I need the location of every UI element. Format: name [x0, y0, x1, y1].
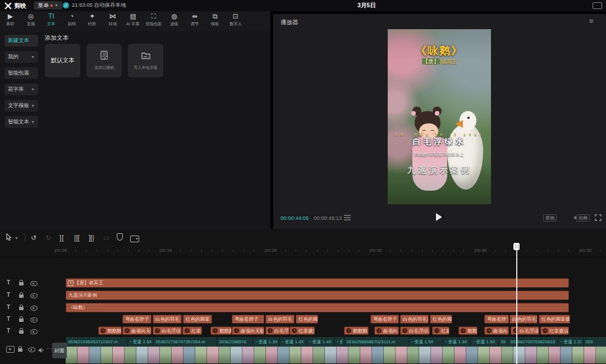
sidebar-item-3[interactable]: 智能包装: [4, 67, 38, 79]
player-menu-icon[interactable]: ≡: [589, 17, 594, 25]
sidebar-item-6[interactable]: 智能文本▼: [4, 116, 38, 128]
toolbar-item-digital-human[interactable]: ⊡数字人: [226, 11, 246, 31]
transition-icon: ⋈: [109, 13, 116, 20]
trim-left-button[interactable]: |][: [74, 233, 80, 243]
caption-clip[interactable]: 白色的羽毛: [153, 315, 182, 324]
tts-clip[interactable]: ◔鹅鹅鹅: [344, 326, 369, 335]
card-label: 导入本地字幕: [134, 65, 158, 71]
speed-icon: ◔: [281, 337, 283, 347]
caption-clip[interactable]: 白色的羽毛漂浮: [509, 315, 538, 324]
video-clip-filename[interactable]: 35362288578: [217, 337, 251, 347]
sidebar-item-2[interactable]: 我的▼: [4, 51, 38, 63]
tts-clip[interactable]: ◔红掌拨清波: [432, 326, 449, 335]
cover-button[interactable]: 封面: [52, 343, 67, 358]
mark-button[interactable]: [117, 233, 123, 243]
menu-button[interactable]: 菜单 ▼: [34, 1, 62, 10]
caption-clip[interactable]: 弯曲着脖子: [232, 315, 264, 324]
layers-icon[interactable]: [344, 215, 351, 220]
toolbar-item-smart-package[interactable]: ⛶智能包装: [144, 11, 164, 31]
ruler-tick: [422, 250, 423, 252]
trim-right-button[interactable]: ][|: [89, 233, 94, 243]
original-quality-button[interactable]: 原画: [543, 214, 557, 222]
tts-clip[interactable]: ◔曲项向天歌: [484, 326, 509, 335]
caption-clip[interactable]: 弯曲着脖子: [484, 315, 509, 324]
ruler-tick: [117, 250, 118, 252]
caption-clip[interactable]: 弯曲着脖子: [122, 315, 152, 324]
toolbar-item-sticker[interactable]: ◔贴纸: [62, 11, 82, 31]
undo-button[interactable]: ↺: [31, 233, 36, 243]
video-clip-filename[interactable]: 353625869867023111.m: [344, 337, 407, 347]
playhead-handle[interactable]: [513, 243, 520, 250]
tts-clip[interactable]: ◔曲项向天歌: [232, 326, 264, 335]
delete-button[interactable]: ▭: [103, 233, 109, 243]
card-3[interactable]: 导入本地字幕: [128, 44, 163, 77]
toolbar-item-transition[interactable]: ⋈转场: [103, 11, 123, 31]
caption-clip[interactable]: 白色的羽毛: [265, 315, 295, 324]
tts-clip[interactable]: ◔白毛浮绿水: [153, 326, 182, 335]
video-track-header[interactable]: 353621936453710307.m◔变速 1.5X353622758797…: [66, 337, 606, 347]
tts-clip[interactable]: ◔鹅鹅鹅: [458, 326, 478, 335]
tts-clip[interactable]: ◔红掌拨清波: [290, 326, 315, 335]
fullscreen-icon[interactable]: [595, 214, 602, 223]
video-clip-filename[interactable]: 353622758797357064.m: [153, 337, 215, 347]
card-1[interactable]: 默认文本: [45, 44, 80, 77]
segment-label: 353621936453710307.m: [68, 339, 118, 344]
card-2[interactable]: 添加口播稿: [86, 44, 122, 77]
tts-clip[interactable]: ◔红掌拨清波: [540, 326, 569, 335]
toolbar-item-label: 素材: [6, 21, 15, 26]
keyboard-shortcuts-icon[interactable]: ···: [593, 2, 602, 9]
caption-clip[interactable]: 红色的脚掌: [296, 315, 318, 324]
toolbar-item-template[interactable]: ⧉模板: [205, 11, 226, 31]
clip-label: 白色的羽毛: [155, 316, 180, 323]
tts-clip[interactable]: ◔鹅鹅鹅: [98, 326, 122, 335]
aspect-ratio-button[interactable]: 比例: [576, 214, 590, 222]
tts-clip[interactable]: ◔曲项向天歌: [122, 326, 152, 335]
play-button[interactable]: [436, 213, 443, 221]
ruler-tick: [306, 250, 307, 252]
select-tool-chevron[interactable]: ▼: [15, 233, 19, 243]
tts-clip[interactable]: ◔鹅鹅鹅: [210, 326, 232, 335]
toolbar-item-media[interactable]: ▶素材: [0, 11, 21, 31]
caption-clip[interactable]: 弯曲着脖子: [370, 315, 399, 324]
chevron-down-icon: ▼: [31, 87, 35, 91]
lock-icon[interactable]: [18, 348, 22, 352]
tts-clip[interactable]: ◔白毛浮绿水: [400, 326, 430, 335]
video-track-filmstrip[interactable]: [66, 347, 606, 363]
sidebar-item-1[interactable]: 新建文本: [4, 35, 38, 47]
visibility-icon[interactable]: [28, 347, 35, 352]
text-clip-full[interactable]: T【唐】骆宾王: [66, 278, 569, 288]
toolbar-item-text[interactable]: TI文本: [41, 11, 62, 31]
sidebar-item-5[interactable]: 文字模板▼: [4, 100, 38, 112]
clip-label: 鹅鹅鹅: [107, 328, 122, 335]
toolbar-item-effects[interactable]: ✦特效: [82, 11, 103, 31]
split-button[interactable]: ][: [59, 233, 65, 243]
text-clip-full[interactable]: 《咏鹅》: [66, 303, 569, 312]
toolbar-item-ai-captions[interactable]: ▤AI 字幕: [123, 11, 144, 31]
speaker-icon[interactable]: [38, 345, 44, 356]
toolbar-divider: [25, 234, 25, 242]
video-clip-filename[interactable]: 353: [583, 337, 606, 347]
caption-clip[interactable]: 红色的脚掌: [183, 315, 212, 324]
range-select-button[interactable]: ▸: [130, 233, 139, 243]
toolbar-item-filter[interactable]: ◍滤镜: [164, 11, 185, 31]
video-clip-filename[interactable]: 353662700793620633: [508, 337, 556, 347]
caption-clip[interactable]: 白色的羽毛漂浮: [400, 315, 429, 324]
video-clip-filename[interactable]: 35: [498, 337, 506, 347]
video-preview[interactable]: 《咏鹅》 【唐】骆宾王 bái máo fú lǜ shuǐ 白毛浮绿水 白色的…: [388, 29, 491, 204]
toolbar-item-adjust[interactable]: ⇹调节: [185, 11, 205, 31]
tts-clip[interactable]: ◔曲项向天歌: [374, 326, 399, 335]
caption-clip[interactable]: 红色的脚掌: [430, 315, 452, 324]
text-clip-full[interactable]: 九遥演示案例: [66, 291, 569, 300]
speed-badge: ◔变速 1.5X: [127, 337, 152, 347]
filmstrip-frame: [502, 347, 513, 363]
caption-clip[interactable]: 红色的脚掌拨动: [539, 315, 570, 324]
playhead-line[interactable]: [516, 243, 517, 364]
tts-clip[interactable]: ◔白毛浮绿水: [265, 326, 290, 335]
video-clip-filename[interactable]: 353621936453710307.m: [66, 337, 125, 347]
toolbar-item-audio[interactable]: ◎音频: [21, 11, 42, 31]
redo-button[interactable]: ↻: [45, 233, 51, 243]
select-tool-button[interactable]: [6, 233, 12, 243]
sidebar-item-4[interactable]: 花字库▼: [4, 84, 38, 95]
tts-clip[interactable]: ◔红掌拨清波: [182, 326, 202, 335]
tts-clip[interactable]: ◔白毛浮绿水: [511, 326, 539, 335]
